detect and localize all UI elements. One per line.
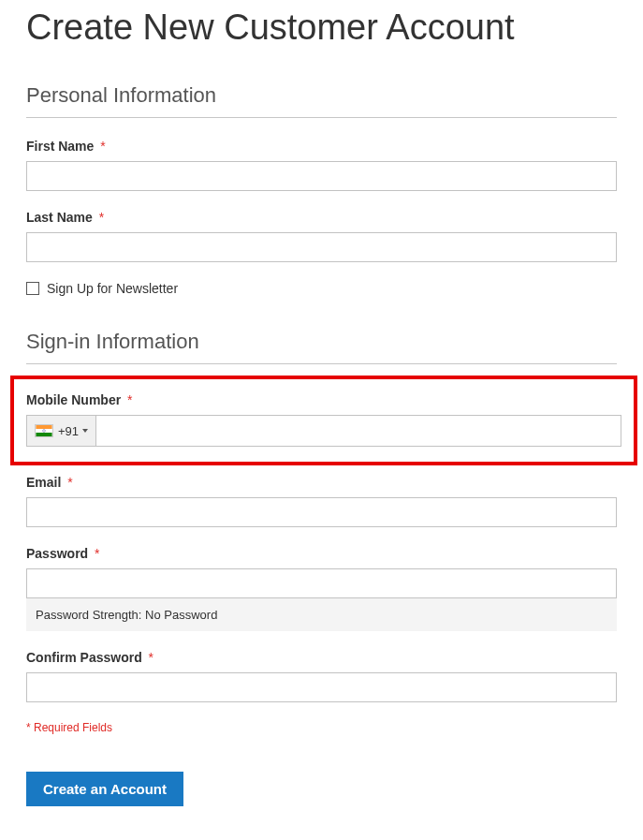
first-name-label-text: First Name bbox=[26, 139, 94, 154]
password-input[interactable] bbox=[26, 568, 617, 598]
first-name-label: First Name * bbox=[26, 139, 617, 154]
first-name-input[interactable] bbox=[26, 161, 617, 191]
mobile-number-label-text: Mobile Number bbox=[26, 392, 121, 407]
required-mark-icon: * bbox=[149, 650, 153, 665]
password-strength-label: Password Strength: bbox=[36, 608, 145, 622]
svg-rect-0 bbox=[36, 425, 51, 429]
personal-info-legend: Personal Information bbox=[26, 83, 617, 118]
required-mark-icon: * bbox=[99, 210, 104, 225]
password-label: Password * bbox=[26, 546, 617, 561]
last-name-label-text: Last Name bbox=[26, 210, 93, 225]
confirm-password-label: Confirm Password * bbox=[26, 650, 617, 665]
chevron-down-icon bbox=[82, 429, 88, 433]
password-strength-value: No Password bbox=[145, 608, 217, 622]
required-mark-icon: * bbox=[67, 475, 72, 490]
mobile-number-label: Mobile Number * bbox=[26, 392, 621, 407]
signin-info-legend: Sign-in Information bbox=[26, 330, 617, 364]
email-label: Email * bbox=[26, 475, 617, 490]
newsletter-checkbox[interactable] bbox=[26, 282, 39, 295]
password-strength-meter: Password Strength: No Password bbox=[26, 598, 617, 631]
email-label-text: Email bbox=[26, 475, 61, 490]
required-fields-note: * Required Fields bbox=[26, 721, 617, 734]
mobile-number-input[interactable] bbox=[96, 416, 621, 446]
india-flag-icon bbox=[35, 424, 53, 437]
confirm-password-label-text: Confirm Password bbox=[26, 650, 142, 665]
last-name-input[interactable] bbox=[26, 232, 617, 262]
first-name-field: First Name * bbox=[26, 139, 617, 191]
required-mark-icon: * bbox=[100, 139, 105, 154]
mobile-number-field: Mobile Number * +91 bbox=[26, 392, 621, 447]
svg-rect-2 bbox=[36, 433, 51, 436]
required-mark-icon: * bbox=[127, 392, 132, 407]
password-field: Password * bbox=[26, 546, 617, 598]
password-label-text: Password bbox=[26, 546, 88, 561]
email-input[interactable] bbox=[26, 497, 617, 527]
page-title: Create New Customer Account bbox=[26, 7, 617, 48]
country-code-selector[interactable]: +91 bbox=[27, 416, 96, 446]
required-mark-icon: * bbox=[95, 546, 99, 561]
email-field: Email * bbox=[26, 475, 617, 527]
newsletter-label: Sign Up for Newsletter bbox=[47, 281, 178, 296]
confirm-password-field: Confirm Password * bbox=[26, 650, 617, 702]
mobile-input-wrapper: +91 bbox=[26, 415, 621, 447]
last-name-label: Last Name * bbox=[26, 210, 617, 225]
create-account-button[interactable]: Create an Account bbox=[26, 772, 183, 806]
mobile-highlight-box: Mobile Number * +91 bbox=[10, 376, 637, 465]
last-name-field: Last Name * bbox=[26, 210, 617, 262]
newsletter-field: Sign Up for Newsletter bbox=[26, 281, 617, 296]
dial-code: +91 bbox=[58, 424, 79, 438]
confirm-password-input[interactable] bbox=[26, 672, 617, 702]
